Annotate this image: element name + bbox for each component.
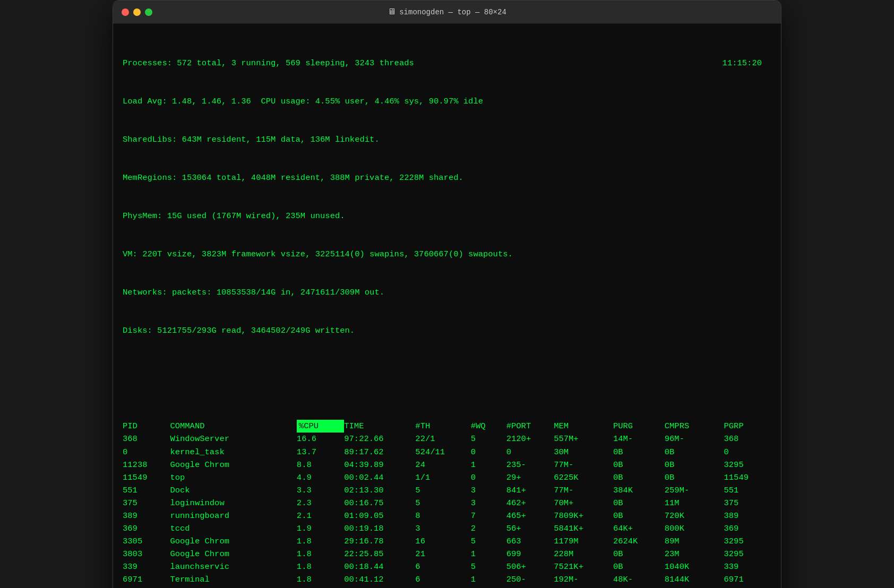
cell-port: 699 — [506, 548, 554, 560]
cell-time: 00:16.75 — [344, 497, 415, 509]
cell-wq: 3 — [471, 586, 506, 588]
cell-purg: 0B — [613, 446, 665, 459]
cell-th: 21 — [415, 548, 470, 560]
cell-time: 00:19.18 — [344, 522, 415, 535]
cell-wq: 0 — [471, 446, 506, 459]
cell-pid: 3803 — [123, 548, 170, 560]
header-cpu: %CPU — [297, 420, 344, 433]
cell-port: 250- — [506, 573, 554, 586]
cell-time: 00:18.44 — [344, 560, 415, 573]
stats-line-1: Processes: 572 total, 3 running, 569 sle… — [123, 57, 771, 70]
cell-cpu: 2.3 — [297, 497, 344, 509]
cell-mem: 5841K+ — [554, 522, 613, 535]
cell-pgrp: 368 — [724, 433, 771, 445]
cell-wq: 1 — [471, 573, 506, 586]
table-row: 6971Terminal1.800:41.1261250-192M-48K-81… — [123, 573, 771, 586]
maximize-button[interactable] — [145, 8, 152, 16]
cell-pgrp: 3295 — [724, 548, 771, 560]
cell-time: 04:39.89 — [344, 459, 415, 471]
cell-cmprs: 0B — [665, 459, 724, 471]
terminal-body[interactable]: Processes: 572 total, 3 running, 569 sle… — [113, 24, 781, 588]
cell-pid: 389 — [123, 509, 170, 522]
cell-mem: 7809K+ — [554, 509, 613, 522]
cell-th: 22/1 — [415, 433, 470, 445]
cell-cmprs: 1968K — [665, 586, 724, 588]
table-row: 11549top4.900:02.441/1029+6225K0B0B11549 — [123, 471, 771, 484]
cell-command: Dock — [170, 484, 296, 497]
table-row: 0kernel_task13.789:17.62524/110030M0B0B0 — [123, 446, 771, 459]
cell-pid: 369 — [123, 522, 170, 535]
cell-purg: 0B — [613, 459, 665, 471]
cell-wq: 1 — [471, 548, 506, 560]
cell-pid: 375 — [123, 497, 170, 509]
cell-th: 3 — [415, 522, 470, 535]
stats-line-8: Disks: 5121755/293G read, 3464502/249G w… — [123, 324, 771, 337]
cell-pid: 376 — [123, 586, 170, 588]
close-button[interactable] — [122, 8, 129, 16]
table-row: 389runningboard2.101:09.0587465+7809K+0B… — [123, 509, 771, 522]
cell-pid: 11238 — [123, 459, 170, 471]
cell-pgrp: 389 — [724, 509, 771, 522]
cell-mem: 30M — [554, 446, 613, 459]
cell-port: 2120+ — [506, 433, 554, 445]
cell-cmprs: 89M — [665, 535, 724, 548]
stats-line-3: SharedLibs: 643M resident, 115M data, 13… — [123, 133, 771, 146]
cell-port: 506+ — [506, 560, 554, 573]
cell-th: 5 — [415, 497, 470, 509]
cell-cpu: 2.1 — [297, 509, 344, 522]
cell-wq: 0 — [471, 471, 506, 484]
cell-time: 00:02.44 — [344, 471, 415, 484]
cell-pgrp: 3295 — [724, 535, 771, 548]
cell-purg: 0B — [613, 471, 665, 484]
cell-time: 01:47.92 — [344, 586, 415, 588]
cell-command: runningboard — [170, 509, 296, 522]
cell-pgrp: 6971 — [724, 573, 771, 586]
cell-th: 1/1 — [415, 471, 470, 484]
cell-cpu: 1.8 — [297, 548, 344, 560]
cell-command: kernel_task — [170, 446, 296, 459]
cell-wq: 1 — [471, 459, 506, 471]
cell-th: 8 — [415, 509, 470, 522]
cell-cpu: 8.8 — [297, 459, 344, 471]
cell-command: Terminal — [170, 573, 296, 586]
cell-time: 00:41.12 — [344, 573, 415, 586]
minimize-button[interactable] — [133, 8, 141, 16]
header-time: TIME — [344, 420, 415, 433]
cell-pid: 3305 — [123, 535, 170, 548]
cell-cmprs: 8144K — [665, 573, 724, 586]
cell-mem: 77M- — [554, 484, 613, 497]
cell-time: 29:16.78 — [344, 535, 415, 548]
cell-cpu: 1.9 — [297, 522, 344, 535]
cell-th: 5 — [415, 484, 470, 497]
cell-time: 97:22.66 — [344, 433, 415, 445]
cell-pgrp: 3295 — [724, 459, 771, 471]
cell-command: loginwindow — [170, 497, 296, 509]
stats-line-2: Load Avg: 1.48, 1.46, 1.36 CPU usage: 4.… — [123, 95, 771, 108]
header-pgrp: PGRP — [724, 420, 771, 433]
cell-mem: 7521K+ — [554, 560, 613, 573]
titlebar: 🖥 simonogden — top — 80×24 — [113, 1, 781, 24]
cell-mem: 6225K — [554, 471, 613, 484]
cell-th: 524/11 — [415, 446, 470, 459]
cell-th: 16 — [415, 535, 470, 548]
cell-port: 841+ — [506, 484, 554, 497]
header-command: COMMAND — [170, 420, 296, 433]
cell-pgrp: 376 — [724, 586, 771, 588]
stats-line-7: Networks: packets: 10853538/14G in, 2471… — [123, 286, 771, 299]
cell-port: 29+ — [506, 471, 554, 484]
table-row: 368WindowServer16.697:22.6622/152120+557… — [123, 433, 771, 445]
cell-mem: 557M+ — [554, 433, 613, 445]
cell-purg: 0B — [613, 497, 665, 509]
cell-time: 89:17.62 — [344, 446, 415, 459]
cell-command: Google Chrom — [170, 535, 296, 548]
cell-cpu: 16.6 — [297, 433, 344, 445]
cell-mem: 228M — [554, 548, 613, 560]
cell-time: 01:09.05 — [344, 509, 415, 522]
table-row: 3305Google Chrom1.829:16.781656631179M26… — [123, 535, 771, 548]
cell-port: 0 — [506, 446, 554, 459]
cell-command: top — [170, 471, 296, 484]
cell-purg: 0B — [613, 509, 665, 522]
cell-mem: 192M- — [554, 573, 613, 586]
cell-mem: 1179M — [554, 535, 613, 548]
cell-port: 126+ — [506, 586, 554, 588]
